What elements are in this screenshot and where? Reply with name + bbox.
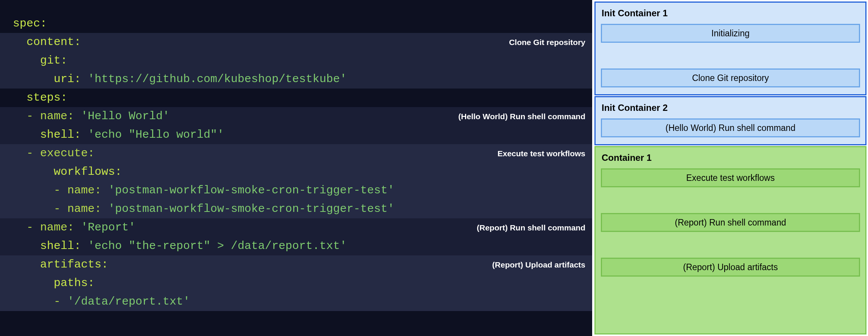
- code-line: shell: 'echo "the-report" > /data/report…: [0, 237, 592, 255]
- code-line: git:: [0, 51, 592, 70]
- annotation-report-artifacts: (Report) Upload artifacts: [492, 258, 585, 271]
- init-container-2-box: Init Container 2 (Hello World) Run shell…: [594, 96, 866, 145]
- annotation-clone-git: Clone Git repository: [509, 36, 585, 48]
- step-pill-clone-git: Clone Git repository: [601, 68, 860, 87]
- code-line: - name: 'postman-workflow-smoke-cron-tri…: [0, 200, 592, 218]
- yaml-code-panel: spec: content: Clone Git repository git:…: [0, 0, 592, 336]
- box-title: Init Container 2: [602, 103, 860, 113]
- step-pill-report-shell: (Report) Run shell command: [601, 213, 860, 232]
- code-line: content: Clone Git repository: [0, 33, 592, 51]
- annotation-execute-workflows: Execute test workflows: [498, 147, 585, 160]
- code-line: - execute: Execute test workflows: [0, 144, 592, 163]
- code-line: - name: 'Hello World' (Hello World) Run …: [0, 107, 592, 126]
- container-diagram: Init Container 1 Initializing Clone Git …: [592, 0, 868, 336]
- step-pill-execute-workflows: Execute test workflows: [601, 168, 860, 187]
- annotation-hello-world: (Hello World) Run shell command: [458, 110, 585, 123]
- code-line: steps:: [0, 89, 592, 107]
- code-line: workflows:: [0, 163, 592, 181]
- box-title: Init Container 1: [602, 8, 860, 19]
- step-pill-report-artifacts: (Report) Upload artifacts: [601, 258, 860, 277]
- code-line: uri: 'https://github.com/kubeshop/testku…: [0, 70, 592, 89]
- container-1-box: Container 1 Execute test workflows (Repo…: [594, 146, 866, 334]
- code-line: - '/data/report.txt': [0, 292, 592, 311]
- box-title: Container 1: [602, 152, 860, 163]
- step-pill-initializing: Initializing: [601, 24, 860, 43]
- step-pill-hello-world: (Hello World) Run shell command: [601, 118, 860, 137]
- code-line: - name: 'Report' (Report) Run shell comm…: [0, 218, 592, 237]
- code-line: - name: 'postman-workflow-smoke-cron-tri…: [0, 181, 592, 200]
- code-line: shell: 'echo "Hello world"': [0, 126, 592, 144]
- code-line: spec:: [0, 14, 592, 33]
- annotation-report-shell: (Report) Run shell command: [477, 221, 585, 234]
- code-line: paths:: [0, 274, 592, 292]
- code-line: artifacts: (Report) Upload artifacts: [0, 255, 592, 274]
- init-container-1-box: Init Container 1 Initializing Clone Git …: [594, 2, 866, 95]
